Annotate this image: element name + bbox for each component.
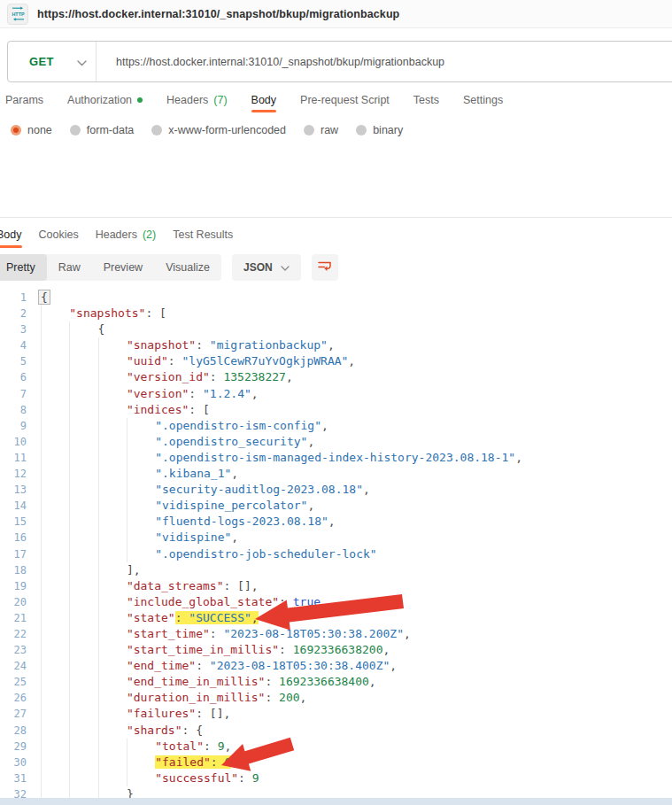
line-number[interactable]: 15 [0, 514, 27, 530]
method-selector[interactable]: GET [8, 42, 96, 81]
line-number[interactable]: 8 [0, 402, 27, 418]
fold-gutter[interactable] [27, 578, 41, 594]
fold-gutter[interactable] [27, 610, 41, 626]
line-number[interactable]: 25 [0, 674, 27, 690]
fold-gutter[interactable] [27, 466, 41, 482]
line-number[interactable]: 11 [0, 450, 27, 466]
url-input[interactable]: https://host.docker.internal:31010/_snap… [97, 56, 444, 68]
fold-gutter[interactable] [27, 482, 41, 498]
line-number[interactable]: 26 [0, 690, 27, 706]
line-number[interactable]: 4 [0, 337, 27, 353]
request-tab-title[interactable]: https://host.docker.internal:31010/_snap… [37, 8, 399, 20]
line-number[interactable]: 10 [0, 434, 27, 450]
fold-gutter[interactable] [27, 402, 41, 418]
line-number[interactable]: 32 [0, 786, 27, 798]
fold-gutter[interactable] [27, 658, 41, 674]
line-number[interactable]: 5 [0, 353, 27, 369]
view-mode-raw[interactable]: Raw [47, 254, 92, 281]
fold-gutter[interactable] [27, 369, 41, 385]
line-number[interactable]: 22 [0, 626, 27, 642]
body-mode-form-data[interactable]: form-data [70, 124, 135, 136]
line-number[interactable]: 27 [0, 706, 27, 722]
response-tab-cookies[interactable]: Cookies [39, 223, 79, 246]
view-mode-pretty[interactable]: Pretty [0, 254, 47, 281]
line-number[interactable]: 6 [0, 369, 27, 385]
fold-gutter[interactable] [27, 594, 41, 610]
line-number[interactable]: 13 [0, 482, 27, 498]
fold-gutter[interactable] [27, 337, 41, 353]
view-mode-visualize[interactable]: Visualize [154, 254, 221, 281]
fold-gutter[interactable] [27, 674, 41, 690]
fold-gutter[interactable] [27, 546, 41, 562]
line-number[interactable]: 14 [0, 498, 27, 514]
body-mode-x-www-form-urlencoded[interactable]: x-www-form-urlencoded [151, 124, 286, 136]
line-number[interactable]: 17 [0, 546, 27, 562]
response-tab-headers[interactable]: Headers(2) [96, 223, 157, 246]
tab-tests[interactable]: Tests [413, 88, 439, 112]
line-number[interactable]: 29 [0, 739, 27, 755]
line-number[interactable]: 1 [0, 290, 27, 306]
code-token: , [286, 370, 293, 383]
tab-authorization[interactable]: Authorization [67, 88, 143, 112]
tab-label: Headers [96, 228, 137, 241]
code-line: 11".opendistro-ism-managed-index-history… [0, 450, 672, 466]
code-token: , [348, 354, 355, 368]
line-number[interactable]: 9 [0, 418, 27, 434]
tab-params[interactable]: Params [5, 88, 43, 112]
fold-gutter[interactable] [27, 530, 41, 546]
fold-gutter[interactable] [27, 321, 41, 337]
indent-guide [69, 594, 97, 610]
format-dropdown[interactable]: JSON [232, 254, 301, 281]
line-number[interactable]: 7 [0, 386, 27, 402]
fold-gutter[interactable] [27, 739, 41, 755]
response-tab-test-results[interactable]: Test Results [173, 223, 233, 246]
fold-gutter[interactable] [27, 786, 41, 798]
line-number[interactable]: 23 [0, 642, 27, 658]
line-number[interactable]: 31 [0, 770, 27, 786]
fold-gutter[interactable] [27, 642, 41, 658]
response-tab-body[interactable]: Body [0, 223, 22, 246]
code-line-content: "duration_in_millis": 200, [41, 690, 306, 706]
fold-gutter[interactable] [27, 690, 41, 706]
line-number[interactable]: 21 [0, 610, 27, 626]
tab-pre-request-script[interactable]: Pre-request Script [300, 88, 390, 112]
fold-gutter[interactable] [27, 770, 41, 786]
fold-gutter[interactable] [27, 562, 41, 578]
fold-gutter[interactable] [27, 306, 41, 321]
fold-gutter[interactable] [27, 353, 41, 369]
code-line-content: ".opendistro_security", [41, 434, 314, 450]
wrap-lines-button[interactable] [312, 254, 338, 281]
line-number[interactable]: 16 [0, 530, 27, 546]
fold-gutter[interactable] [27, 450, 41, 466]
fold-gutter[interactable] [27, 706, 41, 722]
code-line-content: "security-auditlog-2023.08.18", [41, 482, 370, 498]
fold-gutter[interactable] [27, 723, 41, 739]
body-mode-none[interactable]: none [11, 124, 52, 136]
radio-icon [151, 125, 162, 135]
fold-gutter[interactable] [27, 626, 41, 642]
line-number[interactable]: 3 [0, 321, 27, 337]
line-number[interactable]: 19 [0, 578, 27, 594]
line-number[interactable]: 24 [0, 658, 27, 674]
fold-gutter[interactable] [27, 386, 41, 402]
fold-gutter[interactable] [27, 418, 41, 434]
line-number[interactable]: 2 [0, 306, 27, 321]
line-number[interactable]: 18 [0, 562, 27, 578]
body-mode-binary[interactable]: binary [356, 124, 403, 136]
body-mode-raw[interactable]: raw [304, 124, 338, 136]
fold-gutter[interactable] [27, 514, 41, 530]
code-token: } [127, 787, 134, 798]
fold-gutter[interactable] [27, 498, 41, 514]
line-number[interactable]: 28 [0, 723, 27, 739]
line-number[interactable]: 20 [0, 594, 27, 610]
tab-body[interactable]: Body [251, 88, 277, 112]
fold-gutter[interactable] [27, 755, 41, 770]
line-number[interactable]: 30 [0, 755, 27, 770]
tab-headers[interactable]: Headers(7) [166, 88, 228, 112]
view-mode-preview[interactable]: Preview [92, 254, 154, 281]
horizontal-scrollbar[interactable] [0, 798, 672, 805]
fold-gutter[interactable] [27, 434, 41, 450]
tab-settings[interactable]: Settings [463, 88, 503, 112]
response-view-toolbar: PrettyRawPreviewVisualize JSON [0, 254, 338, 281]
line-number[interactable]: 12 [0, 466, 27, 482]
